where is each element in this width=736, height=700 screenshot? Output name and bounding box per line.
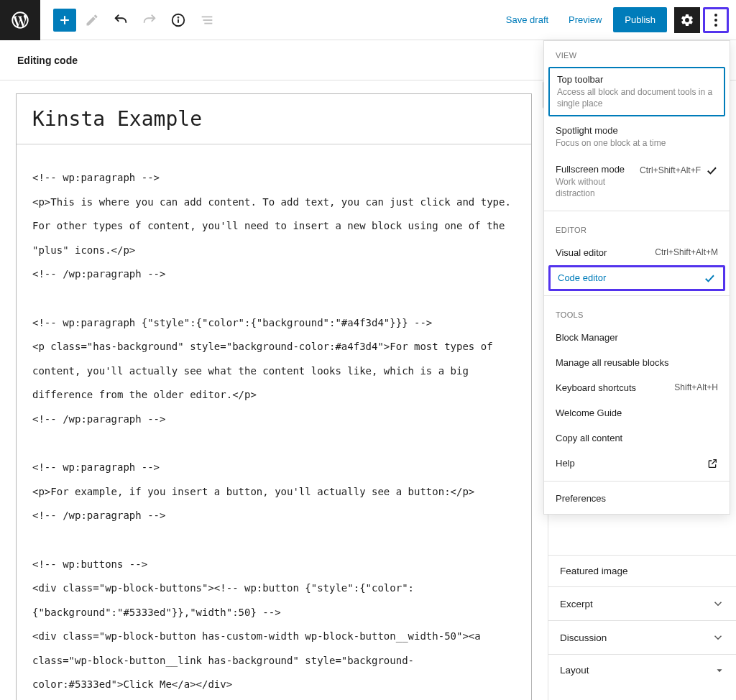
dd-divider <box>544 481 730 482</box>
dd-section-editor: EDITOR <box>544 216 730 240</box>
toolbar-right: Save draft Preview Publish <box>497 7 736 33</box>
dd-item-label: Top toolbar <box>557 74 717 85</box>
post-title-input[interactable]: Kinsta Example <box>17 94 531 144</box>
dd-item-shortcut: Ctrl+Shift+Alt+M <box>655 247 718 257</box>
edit-icon[interactable] <box>79 7 105 33</box>
dd-item-label: Copy all content <box>556 433 622 443</box>
chevron-down-icon <box>712 631 724 644</box>
dd-item-label: Manage all reusable blocks <box>556 357 669 368</box>
editor-column: Kinsta Example <!-- wp:paragraph --> <p>… <box>0 80 548 700</box>
list-view-button[interactable] <box>194 7 220 33</box>
panel-featured-image[interactable]: Featured image <box>548 555 736 587</box>
dd-divider <box>544 211 730 211</box>
toolbar-left <box>40 7 220 33</box>
preview-button[interactable]: Preview <box>560 7 610 32</box>
dd-item-desc: Access all block and document tools in a… <box>557 86 717 109</box>
wordpress-logo[interactable] <box>0 0 40 40</box>
add-block-button[interactable] <box>53 9 76 32</box>
dd-item-label: Preferences <box>556 493 606 504</box>
dd-item-label: Keyboard shortcuts <box>556 382 636 393</box>
dd-fullscreen-mode[interactable]: Fullscreen mode Work without distraction… <box>544 157 730 206</box>
dd-item-label: Welcome Guide <box>556 407 622 418</box>
dd-item-label: Visual editor <box>556 247 650 258</box>
caret-down-icon <box>714 666 724 676</box>
code-editor-box: Kinsta Example <!-- wp:paragraph --> <p>… <box>16 93 532 700</box>
undo-button[interactable] <box>108 7 134 33</box>
panel-discussion[interactable]: Discussion <box>548 621 736 655</box>
dd-preferences[interactable]: Preferences <box>544 486 730 511</box>
check-icon <box>705 164 718 177</box>
settings-button[interactable] <box>674 7 700 33</box>
dd-item-label: Fullscreen mode <box>556 164 635 175</box>
panel-excerpt[interactable]: Excerpt <box>548 587 736 621</box>
editing-mode-label: Editing code <box>17 55 78 66</box>
dd-item-desc: Focus on one block at a time <box>556 137 718 149</box>
dd-divider <box>544 295 730 296</box>
redo-button[interactable] <box>137 7 162 33</box>
save-draft-button[interactable]: Save draft <box>497 7 557 32</box>
dd-top-toolbar[interactable]: Top toolbar Access all block and documen… <box>548 67 725 116</box>
dd-reusable-blocks[interactable]: Manage all reusable blocks <box>544 350 730 375</box>
dd-welcome-guide[interactable]: Welcome Guide <box>544 400 730 425</box>
dd-keyboard-shortcuts[interactable]: Keyboard shortcuts Shift+Alt+H <box>544 375 730 400</box>
panel-label: Layout <box>560 665 589 676</box>
top-toolbar: Save draft Preview Publish <box>0 0 736 40</box>
dd-section-view: VIEW <box>544 41 730 65</box>
dd-item-label: Spotlight mode <box>556 125 718 136</box>
options-dropdown: VIEW Top toolbar Access all block and do… <box>543 40 730 515</box>
external-link-icon <box>707 458 718 469</box>
publish-button[interactable]: Publish <box>613 7 667 32</box>
dd-item-label: Code editor <box>558 272 699 283</box>
vertical-dots-icon <box>714 14 717 27</box>
dd-spotlight-mode[interactable]: Spotlight mode Focus on one block at a t… <box>544 118 730 156</box>
dd-block-manager[interactable]: Block Manager <box>544 325 730 350</box>
dd-visual-editor[interactable]: Visual editor Ctrl+Shift+Alt+M <box>544 240 730 265</box>
dd-item-label: Help <box>556 458 575 469</box>
more-options-button[interactable] <box>703 7 729 33</box>
panel-label: Excerpt <box>560 599 593 609</box>
dd-item-shortcut: Shift+Alt+H <box>674 382 718 392</box>
svg-point-4 <box>178 17 179 17</box>
panel-label: Featured image <box>560 566 628 576</box>
code-textarea[interactable]: <!-- wp:paragraph --> <p>This is where y… <box>17 144 531 700</box>
chevron-down-icon <box>712 597 724 610</box>
dd-section-tools: TOOLS <box>544 300 730 325</box>
panel-layout[interactable]: Layout <box>548 655 736 686</box>
dd-code-editor[interactable]: Code editor <box>548 265 725 291</box>
dd-item-label: Block Manager <box>556 332 618 343</box>
info-button[interactable] <box>165 7 191 33</box>
panel-label: Discussion <box>560 632 607 643</box>
dd-item-desc: Work without distraction <box>556 176 635 199</box>
dd-item-shortcut: Ctrl+Shift+Alt+F <box>640 165 701 175</box>
check-icon <box>703 272 716 285</box>
dd-help[interactable]: Help <box>544 451 730 476</box>
dd-copy-all[interactable]: Copy all content <box>544 425 730 451</box>
svg-marker-8 <box>717 669 722 672</box>
